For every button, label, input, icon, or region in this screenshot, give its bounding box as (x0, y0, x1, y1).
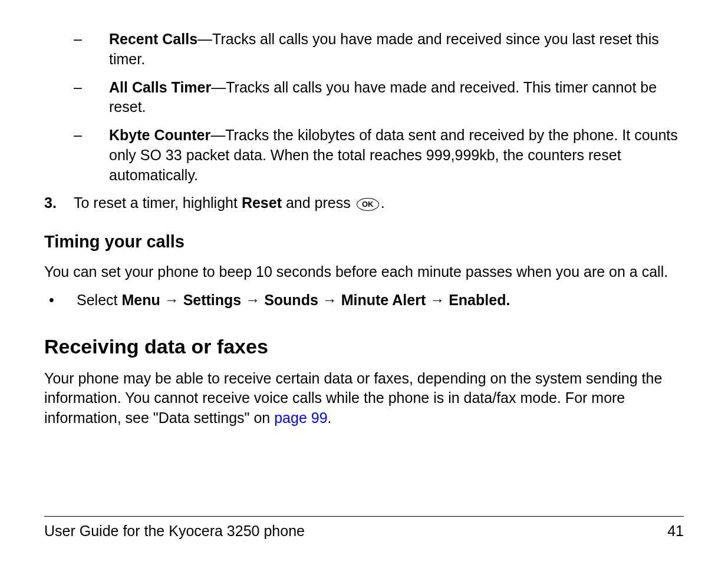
step-number: 3. (44, 193, 74, 213)
step-mid: and press (282, 194, 355, 211)
step-suffix: . (381, 194, 385, 211)
timing-paragraph: You can set your phone to beep 10 second… (44, 262, 684, 282)
menu-path-segment: Menu (121, 292, 160, 308)
list-item-text: Kbyte Counter—Tracks the kilobytes of da… (109, 125, 684, 185)
term-bold: Recent Calls (109, 31, 197, 47)
menu-path-segment: Settings (183, 292, 242, 308)
heading-receiving-data: Receiving data or faxes (44, 335, 684, 358)
menu-path-segment: Minute Alert (341, 292, 426, 308)
select-prefix: Select (77, 292, 121, 308)
timer-definitions-list: – Recent Calls—Tracks all calls you have… (74, 29, 684, 185)
menu-path-text: Select Menu → Settings → Sounds → Minute… (77, 290, 684, 310)
receiving-suffix: . (328, 409, 332, 426)
list-item: – Recent Calls—Tracks all calls you have… (74, 29, 684, 70)
arrow-icon: → (426, 292, 449, 308)
ok-button-icon: OK (357, 198, 379, 211)
step-text: To reset a timer, highlight Reset and pr… (74, 193, 684, 213)
menu-path-segment: Sounds (264, 292, 318, 308)
arrow-icon: → (160, 292, 183, 308)
list-item: – All Calls Timer—Tracks all calls you h… (74, 78, 684, 118)
receiving-text: Your phone may be able to receive certai… (44, 370, 662, 427)
page-link[interactable]: page 99 (274, 409, 327, 426)
footer-title: User Guide for the Kyocera 3250 phone (44, 523, 305, 540)
list-item-text: Recent Calls—Tracks all calls you have m… (109, 29, 684, 70)
arrow-icon: → (241, 292, 264, 308)
heading-timing-calls: Timing your calls (44, 232, 684, 252)
page-footer: User Guide for the Kyocera 3250 phone 41 (44, 516, 684, 540)
step-prefix: To reset a timer, highlight (74, 194, 242, 211)
bullet-marker: • (44, 290, 77, 310)
term-bold: All Calls Timer (109, 79, 211, 95)
dash-marker: – (74, 29, 109, 70)
step-3: 3. To reset a timer, highlight Reset and… (44, 193, 684, 213)
list-item-text: All Calls Timer—Tracks all calls you hav… (109, 78, 684, 118)
dash-marker: – (74, 78, 109, 118)
arrow-icon: → (318, 292, 341, 308)
dash-marker: – (74, 125, 109, 185)
receiving-paragraph: Your phone may be able to receive certai… (44, 369, 684, 428)
page-number: 41 (667, 523, 684, 540)
menu-path-list: • Select Menu → Settings → Sounds → Minu… (44, 290, 684, 310)
term-bold: Kbyte Counter (109, 127, 210, 143)
menu-path-segment: Enabled. (449, 292, 510, 308)
list-item: • Select Menu → Settings → Sounds → Minu… (44, 290, 684, 310)
reset-label: Reset (242, 194, 282, 211)
list-item: – Kbyte Counter—Tracks the kilobytes of … (74, 125, 684, 185)
